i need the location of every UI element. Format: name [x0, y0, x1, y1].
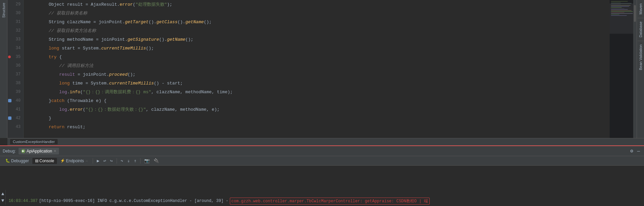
- code-line-42: }: [24, 114, 610, 123]
- error-highlight: com.gzzh.web.controller.marper.TbCwlcMar…: [230, 198, 430, 205]
- line-32: 32: [7, 26, 23, 35]
- endpoints-tab[interactable]: ⚡ Endpoints →: [58, 158, 91, 164]
- code-line-36: // 调用目标方法: [24, 61, 610, 70]
- code-editor[interactable]: Object result = AjaxResult.error("处理数据失败…: [24, 0, 610, 138]
- structure-sidebar: Structure: [0, 0, 7, 138]
- line-37: 37: [7, 70, 23, 79]
- code-line-39: log.info("{}：{}：调用数据耗费：{} ms", clazzName…: [24, 88, 610, 96]
- line-38: 38: [7, 79, 23, 88]
- sidebar-tab-database[interactable]: Database: [638, 18, 644, 41]
- debug-toolbar: 🐛 Debugger ▤ Console ⚡ Endpoints → ▶ ↩ ↪…: [0, 156, 644, 166]
- minimize-button[interactable]: —: [636, 148, 641, 154]
- code-line-43: return result;: [24, 123, 610, 131]
- console-log-line: 16:03:44.387 [http-nio-9095-exec-16] INF…: [8, 197, 641, 205]
- line-41: 41: [7, 105, 23, 114]
- debug-section: Debug: ▶ ApiApplication ✕ ⚙ — 🐛 Debugger: [0, 145, 644, 206]
- toolbar-btn-connect[interactable]: 🔌: [152, 158, 161, 164]
- line-30: 30: [7, 9, 23, 18]
- debug-label: Debug:: [3, 149, 16, 153]
- line-numbers: 29 30 31 32 33 34 35 36: [7, 0, 24, 138]
- code-line-33: String methodName = joinPoint.getSignatu…: [24, 35, 610, 44]
- line-43: 43: [7, 123, 23, 131]
- app-tab-label: ApiApplication: [27, 149, 52, 153]
- right-sidebar: Maven Database Bean Validation: [637, 0, 644, 138]
- minimap[interactable]: [610, 0, 637, 138]
- code-line-35: try {: [24, 53, 610, 61]
- line-29: 29: [7, 0, 23, 9]
- nav-up-arrow[interactable]: ▲: [1, 191, 4, 197]
- line-36: 36: [7, 61, 23, 70]
- structure-label: Structure: [2, 3, 6, 18]
- nav-down-arrow[interactable]: ▼: [1, 198, 4, 203]
- line-35: 35: [7, 53, 23, 61]
- code-line-34: long start = System.currentTimeMillis();: [24, 44, 610, 53]
- debug-app-tab[interactable]: ▶ ApiApplication ✕: [19, 148, 59, 154]
- toolbar-btn-step3[interactable]: ⇑: [132, 158, 138, 164]
- toolbar-btn-stop[interactable]: ↪: [109, 158, 115, 164]
- sidebar-tab-maven[interactable]: Maven: [638, 0, 644, 18]
- code-line-31: String clazzName = joinPoint.getTarget()…: [24, 18, 610, 26]
- file-tab-bar: CustomExceptionHandler: [7, 138, 644, 145]
- line-39: 39: [7, 88, 23, 96]
- line-31: 31: [7, 18, 23, 26]
- app-tab-close[interactable]: ✕: [54, 149, 56, 153]
- line-42: 42: [7, 114, 23, 123]
- code-line-32: // 获取目标类方法名称: [24, 26, 610, 35]
- console-tab[interactable]: ▤ Console: [32, 158, 57, 164]
- toolbar-btn-step2[interactable]: ⇓: [125, 158, 131, 164]
- toolbar-btn-pause[interactable]: ↩: [102, 158, 108, 164]
- code-line-30: // 获取目标类名称: [24, 9, 610, 18]
- console-output[interactable]: ▲ ▼ 16:03:44.387 [http-nio-9095-exec-16]…: [0, 166, 644, 206]
- line-40: 40: [7, 96, 23, 105]
- debug-tabs-bar: Debug: ▶ ApiApplication ✕ ⚙ —: [0, 146, 644, 156]
- code-line-29: Object result = AjaxResult.error("处理数据失败…: [24, 0, 610, 9]
- debugger-tab-label: Debugger: [11, 159, 29, 163]
- line-34: 34: [7, 44, 23, 53]
- code-line-37: result = joinPoint.proceed();: [24, 70, 610, 79]
- endpoints-tab-label: Endpoints: [66, 159, 84, 163]
- code-line-38: long time = System.currentTimeMillis() -…: [24, 79, 610, 88]
- toolbar-btn-step[interactable]: ↷: [119, 158, 125, 164]
- code-line-41: log.error("{}：{}：数据处理失败：{}", clazzName, …: [24, 105, 610, 114]
- code-line-40: }catch (Throwable e) {: [24, 96, 610, 105]
- settings-button[interactable]: ⚙: [629, 147, 634, 154]
- toolbar-btn-resume[interactable]: ▶: [95, 158, 101, 164]
- file-tab[interactable]: CustomExceptionHandler: [10, 139, 58, 144]
- debugger-tab[interactable]: 🐛 Debugger: [3, 158, 32, 164]
- line-33: 33: [7, 35, 23, 44]
- toolbar-btn-camera[interactable]: 📷: [143, 158, 151, 164]
- console-tab-label: Console: [39, 159, 54, 163]
- sidebar-tab-bean-validation[interactable]: Bean Validation: [638, 41, 644, 73]
